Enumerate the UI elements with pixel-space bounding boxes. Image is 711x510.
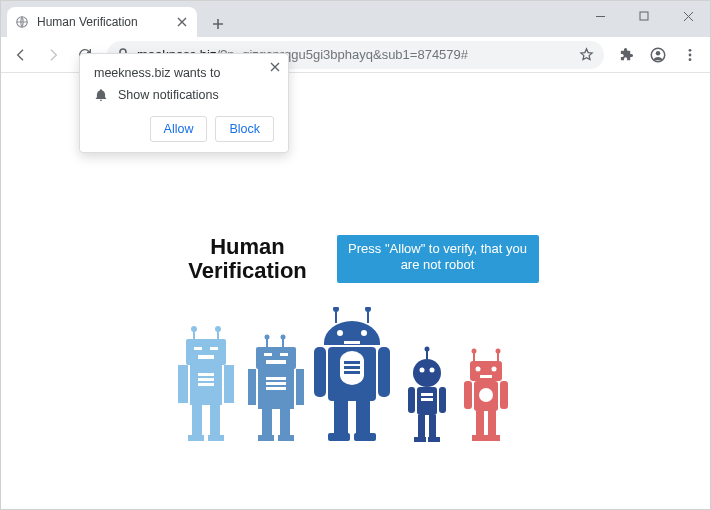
permission-origin: meekness.biz wants to [94,66,274,80]
robot-4-icon [408,347,446,443]
svg-rect-77 [473,353,475,361]
svg-rect-11 [217,331,219,339]
forward-button[interactable] [39,41,67,69]
permission-capability: Show notifications [118,88,219,102]
svg-rect-33 [266,360,286,364]
robot-2-icon [248,335,304,442]
window-minimize-button[interactable] [578,1,622,31]
verification-heading: Human Verification [173,235,323,283]
svg-rect-68 [421,398,433,401]
window-close-button[interactable] [666,1,710,31]
svg-rect-89 [472,435,486,441]
permission-capability-row: Show notifications [94,88,274,102]
svg-point-65 [429,368,434,373]
svg-point-64 [419,368,424,373]
close-icon[interactable] [270,62,280,72]
svg-rect-18 [198,378,214,381]
robot-1-icon [178,326,234,441]
svg-rect-71 [418,415,425,439]
svg-point-63 [413,359,441,387]
svg-rect-47 [367,311,369,323]
close-tab-icon[interactable] [175,15,189,29]
browser-tab[interactable]: Human Verification [7,7,197,37]
svg-rect-82 [480,375,492,378]
allow-button[interactable]: Allow [150,116,208,142]
heading-line2: Verification [188,258,307,283]
permission-prompt: meekness.biz wants to Show notifications… [79,53,289,153]
tab-strip: Human Verification [1,1,578,37]
svg-rect-54 [344,371,360,374]
svg-point-84 [479,388,493,402]
svg-rect-52 [344,361,360,364]
robot-5-icon [464,349,508,442]
svg-rect-53 [344,366,360,369]
new-tab-button[interactable] [205,11,231,37]
svg-rect-27 [282,339,284,347]
svg-rect-35 [266,377,286,380]
svg-point-75 [471,349,476,354]
svg-point-48 [337,330,343,336]
svg-rect-72 [429,415,436,439]
svg-point-5 [689,48,692,51]
bell-icon [94,88,108,102]
svg-rect-78 [497,353,499,361]
svg-rect-17 [198,373,214,376]
svg-rect-19 [198,383,214,386]
svg-rect-30 [256,347,296,369]
svg-point-76 [495,349,500,354]
svg-rect-85 [464,381,472,409]
svg-rect-37 [266,387,286,390]
tab-title: Human Verification [37,15,175,29]
svg-rect-40 [262,409,272,437]
svg-rect-31 [264,353,272,356]
svg-point-28 [264,335,269,340]
svg-rect-21 [224,365,234,403]
svg-point-29 [280,335,285,340]
svg-rect-24 [188,435,204,441]
window-maximize-button[interactable] [622,1,666,31]
svg-rect-50 [344,341,360,344]
svg-rect-74 [428,437,440,442]
svg-rect-42 [258,435,274,441]
svg-rect-69 [408,387,415,413]
svg-rect-14 [210,347,218,350]
svg-rect-67 [421,393,433,396]
svg-rect-56 [378,347,390,397]
svg-rect-90 [486,435,500,441]
bookmark-star-icon[interactable] [579,47,594,62]
svg-rect-73 [414,437,426,442]
svg-rect-26 [266,339,268,347]
svg-rect-1 [640,12,648,20]
menu-icon[interactable] [676,41,704,69]
robot-3-icon [314,307,390,441]
extensions-icon[interactable] [612,41,640,69]
svg-point-49 [361,330,367,336]
svg-rect-86 [500,381,508,409]
back-button[interactable] [7,41,35,69]
svg-rect-41 [280,409,290,437]
svg-rect-60 [354,433,376,441]
svg-point-6 [689,53,692,56]
profile-icon[interactable] [644,41,672,69]
svg-point-4 [656,50,661,55]
svg-rect-23 [210,405,220,437]
svg-rect-70 [439,387,446,413]
svg-point-7 [689,58,692,61]
globe-icon [15,15,29,29]
svg-rect-55 [314,347,326,397]
svg-rect-88 [488,411,496,437]
svg-rect-61 [426,351,428,359]
svg-rect-46 [335,311,337,323]
robots-illustration [1,307,710,445]
svg-point-62 [424,347,429,352]
svg-rect-39 [296,369,304,405]
svg-rect-22 [192,405,202,437]
window-controls [578,1,710,31]
svg-point-81 [491,367,496,372]
svg-point-80 [475,367,480,372]
svg-rect-58 [356,401,370,435]
svg-rect-25 [208,435,224,441]
verification-instruction: Press "Allow" to verify, that you are no… [337,235,539,283]
svg-rect-15 [198,355,214,359]
block-button[interactable]: Block [215,116,274,142]
